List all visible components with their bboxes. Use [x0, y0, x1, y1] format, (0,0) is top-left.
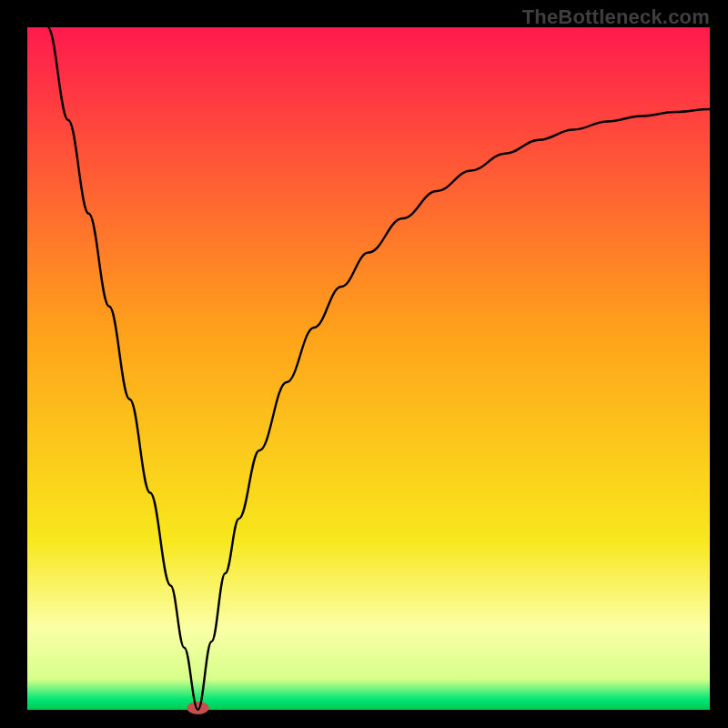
chart-frame: TheBottleneck.com — [0, 0, 728, 728]
bottleneck-chart — [0, 0, 728, 728]
plot-background — [27, 27, 710, 710]
optimum-marker — [187, 702, 209, 714]
